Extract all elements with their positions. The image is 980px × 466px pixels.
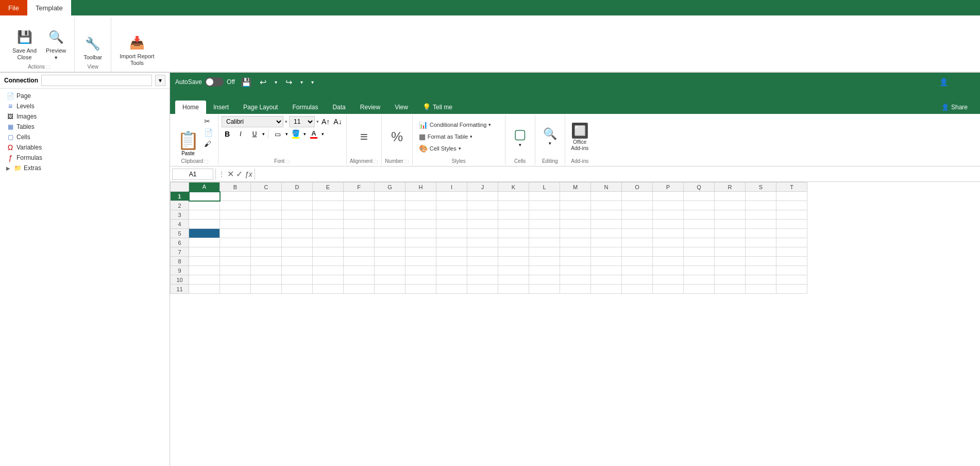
- cell-I11[interactable]: [436, 285, 467, 294]
- cell-M6[interactable]: [560, 238, 591, 247]
- tab-file[interactable]: File: [0, 0, 27, 15]
- cell-P6[interactable]: [653, 238, 684, 247]
- font-color-dropdown[interactable]: ▾: [322, 131, 324, 137]
- sidebar-item-variables[interactable]: Ω Variables: [0, 142, 170, 153]
- cell-B11[interactable]: [220, 285, 251, 294]
- confirm-formula-icon[interactable]: ✓: [236, 169, 243, 179]
- cell-C3[interactable]: [251, 210, 282, 220]
- row-num-10[interactable]: 10: [171, 275, 189, 285]
- cell-O9[interactable]: [622, 266, 653, 275]
- cell-F5[interactable]: [344, 229, 375, 238]
- cell-S8[interactable]: [746, 257, 776, 266]
- cell-Q7[interactable]: [684, 247, 715, 257]
- undo-dropdown-icon[interactable]: ▾: [273, 78, 279, 86]
- cell-T5[interactable]: [776, 229, 807, 238]
- cell-L5[interactable]: [529, 229, 560, 238]
- cell-K7[interactable]: [498, 247, 529, 257]
- paste-button[interactable]: 📋 Paste: [175, 129, 201, 157]
- cell-J4[interactable]: [467, 220, 498, 229]
- cell-S5[interactable]: [746, 229, 776, 238]
- cell-I3[interactable]: [436, 210, 467, 220]
- cell-R4[interactable]: [715, 220, 746, 229]
- cell-M10[interactable]: [560, 275, 591, 285]
- cell-J6[interactable]: [467, 238, 498, 247]
- cell-C8[interactable]: [251, 257, 282, 266]
- cell-B8[interactable]: [220, 257, 251, 266]
- col-header-B[interactable]: B: [220, 182, 251, 192]
- cell-H3[interactable]: [405, 210, 436, 220]
- cell-H5[interactable]: [405, 229, 436, 238]
- cell-C2[interactable]: [251, 201, 282, 210]
- cell-G9[interactable]: [375, 266, 405, 275]
- cell-S11[interactable]: [746, 285, 776, 294]
- cell-A6[interactable]: [189, 238, 220, 247]
- cell-O11[interactable]: [622, 285, 653, 294]
- sidebar-item-tables[interactable]: ▦ Tables: [0, 122, 170, 132]
- col-header-Q[interactable]: Q: [684, 182, 715, 192]
- cell-D7[interactable]: [282, 247, 313, 257]
- cell-B10[interactable]: [220, 275, 251, 285]
- row-num-1[interactable]: 1: [171, 192, 189, 201]
- col-header-L[interactable]: L: [529, 182, 560, 192]
- cell-H4[interactable]: [405, 220, 436, 229]
- cell-N8[interactable]: [591, 257, 622, 266]
- format-as-table-button[interactable]: ▦ Format as Table ▾: [416, 131, 476, 142]
- undo-icon[interactable]: ↩: [258, 76, 268, 88]
- border-btn[interactable]: ▭: [272, 128, 284, 140]
- cell-I8[interactable]: [436, 257, 467, 266]
- cell-K10[interactable]: [498, 275, 529, 285]
- cell-M5[interactable]: [560, 229, 591, 238]
- cell-N2[interactable]: [591, 201, 622, 210]
- cell-R5[interactable]: [715, 229, 746, 238]
- editing-button[interactable]: 🔍 ▾: [538, 126, 562, 147]
- cell-F8[interactable]: [344, 257, 375, 266]
- tab-formulas[interactable]: Formulas: [285, 101, 325, 114]
- cell-H7[interactable]: [405, 247, 436, 257]
- cell-G5[interactable]: [375, 229, 405, 238]
- cell-B5[interactable]: [220, 229, 251, 238]
- cell-P5[interactable]: [653, 229, 684, 238]
- cell-J7[interactable]: [467, 247, 498, 257]
- cell-R11[interactable]: [715, 285, 746, 294]
- row-num-4[interactable]: 4: [171, 220, 189, 229]
- office-addins-button[interactable]: 🔲 OfficeAdd-ins: [568, 121, 592, 153]
- cell-O2[interactable]: [622, 201, 653, 210]
- cell-J3[interactable]: [467, 210, 498, 220]
- cell-J10[interactable]: [467, 275, 498, 285]
- col-header-F[interactable]: F: [344, 182, 375, 192]
- cell-N1[interactable]: [591, 192, 622, 201]
- cell-D1[interactable]: [282, 192, 313, 201]
- cell-G10[interactable]: [375, 275, 405, 285]
- cell-B2[interactable]: [220, 201, 251, 210]
- tab-home[interactable]: Home: [175, 101, 206, 114]
- share-button[interactable]: 👤 Share: [935, 78, 971, 86]
- sidebar-item-extras[interactable]: ▶ 📁 Extras: [0, 163, 170, 173]
- cell-N7[interactable]: [591, 247, 622, 257]
- cell-A7[interactable]: [189, 247, 220, 257]
- font-size-select[interactable]: 11: [289, 116, 315, 127]
- cell-E8[interactable]: [313, 257, 344, 266]
- cell-O8[interactable]: [622, 257, 653, 266]
- cell-H9[interactable]: [405, 266, 436, 275]
- cell-J5[interactable]: [467, 229, 498, 238]
- cell-L9[interactable]: [529, 266, 560, 275]
- cell-L2[interactable]: [529, 201, 560, 210]
- cell-I2[interactable]: [436, 201, 467, 210]
- cell-C10[interactable]: [251, 275, 282, 285]
- decrease-font-btn[interactable]: A↓: [332, 118, 343, 126]
- cell-M4[interactable]: [560, 220, 591, 229]
- row-num-2[interactable]: 2: [171, 201, 189, 210]
- cell-T11[interactable]: [776, 285, 807, 294]
- cell-O6[interactable]: [622, 238, 653, 247]
- col-header-N[interactable]: N: [591, 182, 622, 192]
- cell-H1[interactable]: [405, 192, 436, 201]
- cell-H11[interactable]: [405, 285, 436, 294]
- cell-F6[interactable]: [344, 238, 375, 247]
- save-icon-top[interactable]: 💾: [239, 76, 254, 88]
- sidebar-item-cells[interactable]: ▢ Cells: [0, 132, 170, 142]
- cell-E10[interactable]: [313, 275, 344, 285]
- cell-Q2[interactable]: [684, 201, 715, 210]
- cancel-formula-icon[interactable]: ✕: [227, 169, 234, 179]
- cell-M8[interactable]: [560, 257, 591, 266]
- cell-A5[interactable]: [189, 229, 220, 238]
